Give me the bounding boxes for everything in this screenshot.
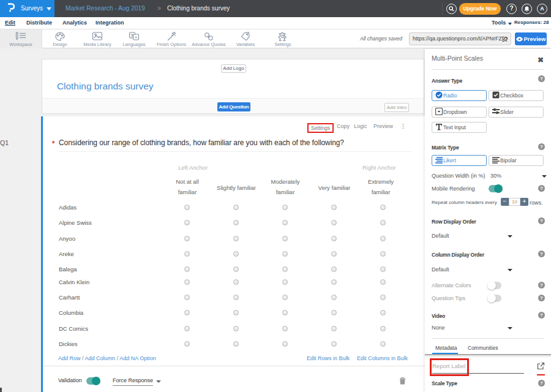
- svg-text:A: A: [135, 36, 137, 39]
- svg-text:文: 文: [130, 33, 135, 37]
